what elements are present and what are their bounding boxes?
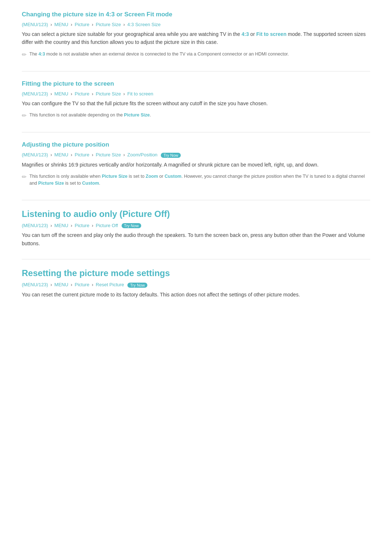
note-icon-2: ✏ (22, 112, 26, 119)
sep7: › (92, 91, 93, 97)
breadcrumb-menu-5[interactable]: MENU (54, 282, 68, 287)
sep1: › (50, 22, 52, 27)
highlight-picture-size-3: Picture Size (38, 181, 64, 186)
divider-4 (22, 259, 370, 259)
section-picture-off: Listening to audio only (Picture Off) (M… (22, 209, 370, 247)
sep18: › (92, 282, 93, 287)
breadcrumb-picture-size-2[interactable]: Picture Size (96, 91, 121, 97)
highlight-note-43: 4:3 (38, 52, 45, 57)
divider-2 (22, 132, 370, 132)
breadcrumb-reset-picture: (MENU/123) › MENU › Picture › Reset Pict… (22, 282, 370, 288)
breadcrumb-fit-to-screen[interactable]: Fit to screen (127, 91, 154, 97)
divider-1 (22, 71, 370, 71)
breadcrumb-menu123-4[interactable]: (MENU/123) (22, 223, 48, 228)
breadcrumb-picture-size-3[interactable]: Picture Size (96, 152, 121, 157)
breadcrumb-picture-4[interactable]: Picture (75, 223, 89, 228)
body-picture-off: You can turn off the screen and play onl… (22, 231, 370, 247)
note-icon-3: ✏ (22, 173, 26, 180)
section-adjusting-position: Adjusting the picture position (MENU/123… (22, 141, 370, 188)
sep11: › (92, 152, 93, 157)
breadcrumb-picture-off: (MENU/123) › MENU › Picture › Picture Of… (22, 223, 370, 229)
sep14: › (71, 223, 72, 228)
section-title-fitting-picture: Fitting the picture to the screen (22, 80, 370, 87)
section-reset-picture: Resetting the picture mode settings (MEN… (22, 268, 370, 299)
sep12: › (123, 152, 125, 157)
breadcrumb-fitting-picture: (MENU/123) › MENU › Picture › Picture Si… (22, 91, 370, 97)
highlight-picture-size: Picture Size (124, 112, 150, 118)
sep3: › (92, 22, 93, 27)
highlight-zoom: Zoom (146, 174, 158, 179)
sep10: › (71, 152, 72, 157)
sep15: › (92, 223, 93, 228)
breadcrumb-43-screen-size[interactable]: 4:3 Screen Size (127, 22, 161, 27)
note-fitting-picture: ✏ This function is not available dependi… (22, 110, 370, 120)
note-changing-picture-size: ✏ The 4:3 mode is not available when an … (22, 49, 370, 59)
sep13: › (50, 223, 52, 228)
highlight-43: 4:3 (241, 31, 249, 37)
try-now-badge-reset[interactable]: Try Now (127, 283, 147, 288)
try-now-badge-adjusting[interactable]: Try Now (161, 153, 181, 158)
note-icon-1: ✏ (22, 51, 26, 58)
highlight-fit-to-screen: Fit to screen (256, 31, 286, 37)
breadcrumb-changing-picture-size: (MENU/123) › MENU › Picture › Picture Si… (22, 22, 370, 27)
section-title-picture-off: Listening to audio only (Picture Off) (22, 209, 370, 219)
body-adjusting-position: Magnifies or shrinks 16:9 pictures verti… (22, 161, 370, 169)
breadcrumb-menu123-3[interactable]: (MENU/123) (22, 152, 48, 157)
breadcrumb-menu123-2[interactable]: (MENU/123) (22, 91, 48, 97)
breadcrumb-menu123[interactable]: (MENU/123) (22, 22, 48, 27)
breadcrumb-picture-3[interactable]: Picture (75, 152, 89, 157)
try-now-badge-picture-off[interactable]: Try Now (122, 223, 142, 228)
note-adjusting-position: ✏ This function is only available when P… (22, 172, 370, 188)
note-text-1: The 4:3 mode is not available when an ex… (29, 51, 289, 58)
note-text-3: This function is only available when Pic… (29, 173, 370, 187)
note-text-2: This function is not available depending… (29, 112, 151, 119)
breadcrumb-menu-4[interactable]: MENU (54, 223, 68, 228)
breadcrumb-picture-size[interactable]: Picture Size (96, 22, 121, 27)
breadcrumb-picture-5[interactable]: Picture (75, 282, 89, 287)
breadcrumb-menu-3[interactable]: MENU (54, 152, 68, 157)
sep16: › (50, 282, 52, 287)
body-fitting-picture: You can configure the TV so that the ful… (22, 99, 370, 107)
section-fitting-picture: Fitting the picture to the screen (MENU/… (22, 80, 370, 120)
breadcrumb-menu123-5[interactable]: (MENU/123) (22, 282, 48, 287)
sep17: › (71, 282, 72, 287)
breadcrumb-picture-2[interactable]: Picture (75, 91, 89, 97)
sep6: › (71, 91, 72, 97)
sep8: › (123, 91, 125, 97)
breadcrumb-zoom-position[interactable]: Zoom/Position (127, 152, 158, 157)
sep5: › (50, 91, 52, 97)
highlight-custom-2: Custom (82, 181, 99, 186)
section-title-adjusting-position: Adjusting the picture position (22, 141, 370, 148)
body-changing-picture-size: You can select a picture size suitable f… (22, 30, 370, 46)
sep4: › (123, 22, 125, 27)
divider-3 (22, 200, 370, 200)
breadcrumb-reset-picture-link[interactable]: Reset Picture (96, 282, 124, 287)
sep9: › (50, 152, 52, 157)
breadcrumb-picture[interactable]: Picture (75, 22, 89, 27)
breadcrumb-adjusting-position: (MENU/123) › MENU › Picture › Picture Si… (22, 152, 370, 158)
section-title-changing-picture-size: Changing the picture size in 4:3 or Scre… (22, 11, 370, 18)
section-changing-picture-size: Changing the picture size in 4:3 or Scre… (22, 11, 370, 59)
sep2: › (71, 22, 72, 27)
body-reset-picture: You can reset the current picture mode t… (22, 291, 370, 299)
section-title-reset-picture: Resetting the picture mode settings (22, 268, 370, 278)
breadcrumb-picture-off[interactable]: Picture Off (96, 223, 118, 228)
breadcrumb-menu-2[interactable]: MENU (54, 91, 68, 97)
breadcrumb-menu[interactable]: MENU (54, 22, 68, 27)
highlight-picture-size-2: Picture Size (102, 174, 127, 179)
highlight-custom: Custom (164, 174, 181, 179)
